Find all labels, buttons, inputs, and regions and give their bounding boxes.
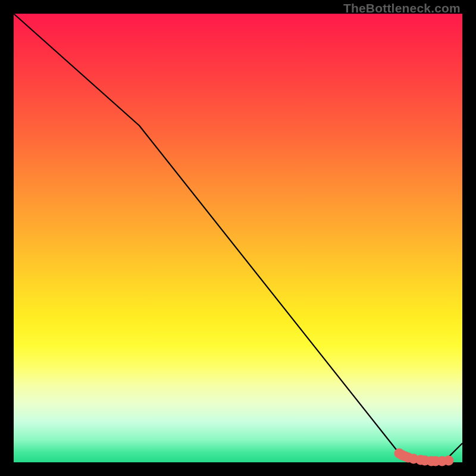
plot-area bbox=[14, 14, 462, 462]
watermark-text: TheBottleneck.com bbox=[343, 1, 461, 15]
curve-main bbox=[14, 14, 462, 461]
svg-point-4 bbox=[411, 456, 416, 462]
svg-point-10 bbox=[446, 458, 452, 464]
chart-frame: TheBottleneck.com bbox=[0, 0, 476, 476]
curve-highlight bbox=[397, 451, 452, 464]
bottleneck-curve bbox=[14, 14, 462, 462]
